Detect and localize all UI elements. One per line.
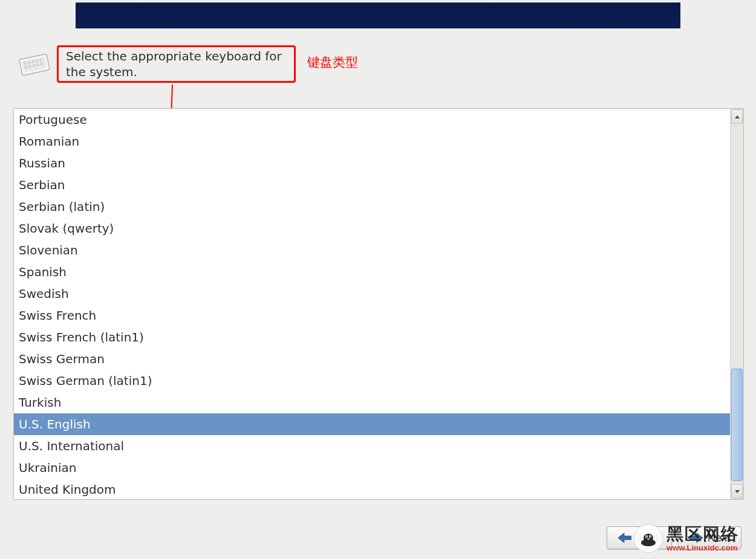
list-item[interactable]: U.S. English: [14, 413, 730, 435]
svg-point-18: [650, 537, 651, 538]
svg-rect-9: [32, 64, 36, 68]
list-item[interactable]: Swedish: [14, 283, 730, 305]
list-item[interactable]: Ukrainian: [14, 457, 730, 479]
list-item[interactable]: U.S. International: [14, 435, 730, 457]
svg-point-14: [641, 539, 656, 546]
svg-rect-6: [39, 59, 43, 62]
svg-rect-3: [27, 61, 31, 65]
list-item[interactable]: Slovenian: [14, 239, 730, 261]
instruction-text: Select the appropriate keyboard for the …: [66, 48, 287, 80]
svg-rect-4: [31, 60, 35, 63]
svg-rect-10: [36, 63, 40, 66]
svg-rect-7: [24, 66, 28, 69]
list-item[interactable]: Turkish: [14, 392, 730, 413]
svg-rect-5: [35, 59, 39, 63]
watermark-logo: [634, 524, 663, 553]
svg-point-17: [646, 537, 647, 538]
keyboard-list[interactable]: PortugueseRomanianRussianSerbianSerbian …: [14, 109, 730, 499]
watermark-brand: 黑区网络: [666, 526, 739, 543]
scroll-track[interactable]: [731, 124, 743, 483]
arrow-left-icon: [618, 533, 631, 543]
list-item[interactable]: Spanish: [14, 261, 730, 283]
scroll-up-button[interactable]: [731, 109, 743, 124]
list-item[interactable]: Serbian: [14, 174, 730, 196]
svg-rect-8: [28, 65, 31, 68]
scrollbar[interactable]: [730, 109, 743, 499]
list-item[interactable]: Swiss German: [14, 348, 730, 370]
watermark: 黑区网络 www.Linuxidc.com: [634, 524, 739, 553]
svg-point-19: [647, 538, 650, 540]
watermark-url: www.Linuxidc.com: [666, 544, 737, 552]
keyboard-list-container: PortugueseRomanianRussianSerbianSerbian …: [13, 108, 744, 500]
svg-rect-2: [24, 62, 27, 65]
list-item[interactable]: Russian: [14, 152, 730, 174]
scroll-down-button[interactable]: [731, 484, 743, 499]
list-item[interactable]: Slovak (qwerty): [14, 218, 730, 239]
list-item[interactable]: Serbian (latin): [14, 196, 730, 218]
top-banner: [76, 2, 680, 28]
list-item[interactable]: Swiss French (latin1): [14, 326, 730, 348]
annotation-label: 键盘类型: [307, 54, 358, 71]
svg-rect-11: [40, 62, 44, 66]
list-item[interactable]: Portuguese: [14, 109, 730, 131]
scroll-thumb[interactable]: [731, 369, 743, 481]
instruction-callout: Select the appropriate keyboard for the …: [57, 45, 296, 83]
list-item[interactable]: Swiss French: [14, 305, 730, 326]
list-item[interactable]: Swiss German (latin1): [14, 370, 730, 392]
list-item[interactable]: United Kingdom: [14, 479, 730, 499]
list-item[interactable]: Romanian: [14, 131, 730, 152]
keyboard-icon: [17, 51, 52, 79]
